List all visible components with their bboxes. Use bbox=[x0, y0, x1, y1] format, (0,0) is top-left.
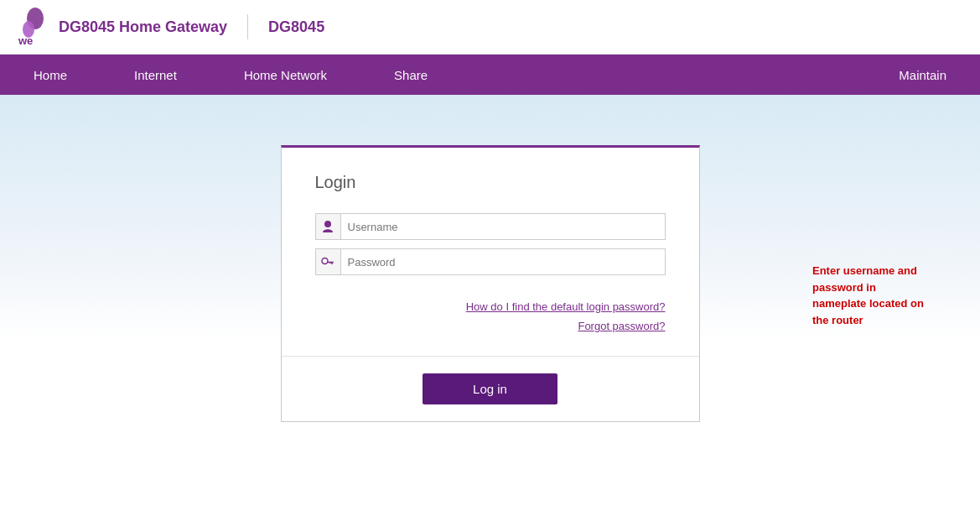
links-area: How do I find the default login password… bbox=[315, 300, 666, 332]
password-row bbox=[315, 248, 666, 275]
login-card: Login bbox=[281, 145, 700, 422]
header-divider bbox=[247, 14, 248, 39]
username-input[interactable] bbox=[340, 213, 666, 240]
password-input[interactable] bbox=[340, 248, 666, 275]
login-button[interactable]: Log in bbox=[423, 373, 557, 404]
login-card-body: Login bbox=[282, 148, 699, 356]
nav-item-maintain[interactable]: Maintain bbox=[865, 55, 980, 95]
password-icon bbox=[315, 248, 340, 275]
main-content: Login bbox=[0, 95, 980, 506]
we-logo-icon: we bbox=[17, 6, 49, 48]
header: we DG8045 Home Gateway DG8045 bbox=[0, 0, 980, 55]
login-card-footer: Log in bbox=[282, 356, 699, 421]
logo-area: we DG8045 Home Gateway DG8045 bbox=[17, 6, 324, 48]
username-row bbox=[315, 213, 666, 240]
nav-item-share[interactable]: Share bbox=[360, 55, 461, 95]
user-icon bbox=[315, 213, 340, 240]
svg-point-4 bbox=[322, 258, 328, 264]
svg-point-3 bbox=[324, 221, 331, 227]
nav-item-home[interactable]: Home bbox=[0, 55, 101, 95]
nav-item-home-network[interactable]: Home Network bbox=[210, 55, 360, 95]
hint-text: Enter username and password in nameplate… bbox=[812, 263, 930, 328]
nav-item-internet[interactable]: Internet bbox=[101, 55, 210, 95]
header-title: DG8045 Home Gateway bbox=[59, 18, 227, 36]
help-link[interactable]: How do I find the default login password… bbox=[315, 300, 666, 313]
svg-text:we: we bbox=[18, 34, 33, 47]
main-nav: Home Internet Home Network Share Maintai… bbox=[0, 55, 980, 95]
header-model: DG8045 bbox=[268, 18, 324, 36]
forgot-link[interactable]: Forgot password? bbox=[315, 320, 666, 332]
login-title: Login bbox=[315, 173, 666, 192]
